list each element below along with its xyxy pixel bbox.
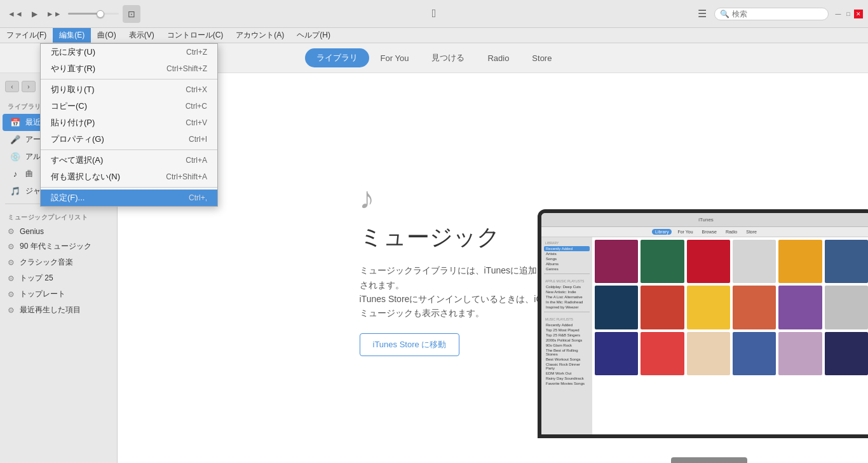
album-thumbnail[interactable] [778,240,822,283]
menu-controls[interactable]: コントロール(C) [161,28,230,43]
menu-account[interactable]: アカウント(A) [229,28,290,43]
maximize-button[interactable]: □ [844,10,853,18]
itunes-mini-header: iTunes [541,213,868,227]
itunes-mini: iTunes Library For You Browse Radio Stor… [541,213,868,434]
album-thumbnail[interactable] [733,286,776,329]
sidebar-recent-played-label: 最近再生した項目 [20,305,81,315]
itunes-mini-tab-radio[interactable]: Radio [722,229,740,235]
itunes-mini-classic-rock[interactable]: Classic Rock Dinner Party [544,362,590,371]
album-thumbnail[interactable] [733,332,776,375]
album-thumbnail[interactable] [825,286,868,329]
itunes-mini-a-list[interactable]: The A List: Alternative [544,294,590,300]
search-input[interactable] [732,10,827,18]
menu-settings[interactable]: 設定(F)... Ctrl+, [41,190,217,206]
itunes-mini-movies[interactable]: Favorite Movies Songs [544,381,590,386]
minimize-button[interactable]: — [834,10,843,18]
itunes-mini-recently-added-2[interactable]: Recently Added [544,322,590,328]
airplay-button[interactable]: ⊡ [123,5,140,23]
menu-undo[interactable]: 元に戻す(U) Ctrl+Z [41,44,217,60]
itunes-mini-tab-library[interactable]: Library [652,229,672,235]
macbook-notch [671,457,747,463]
menu-song[interactable]: 曲(O) [91,28,122,43]
fastforward-button[interactable]: ►► [44,8,64,20]
album-thumbnail[interactable] [687,286,730,329]
search-box: 🔍 [714,8,829,20]
menu-redo[interactable]: やり直す(R) Ctrl+Shift+Z [41,60,217,77]
album-thumbnail[interactable] [595,240,638,283]
itunes-mini-edm[interactable]: EDM Work Out [544,371,590,376]
sidebar-item-classic[interactable]: ⚙ クラシック音楽 [0,254,117,270]
album-thumbnail[interactable] [641,286,684,329]
menu-select-all[interactable]: すべて選択(A) Ctrl+A [41,152,217,169]
album-thumbnail[interactable] [595,332,638,375]
menu-view[interactable]: 表示(V) [123,28,161,43]
volume-slider[interactable] [68,13,119,15]
menu-separator-1 [41,79,217,79]
gear-icon-90s: ⚙ [8,242,15,251]
itunes-mini-genres[interactable]: Genres [544,266,590,272]
album-thumbnail[interactable] [778,286,822,329]
menu-help[interactable]: ヘルプ(H) [290,28,337,43]
menu-properties[interactable]: プロパティ(G) Ctrl+I [41,131,217,148]
itunes-mini-playlists-label: Apple Music Playlists [544,278,590,284]
itunes-mini-tab-browse[interactable]: Browse [699,229,720,235]
tab-for-you[interactable]: For You [369,50,421,67]
album-thumbnail[interactable] [825,240,868,283]
album-thumbnail[interactable] [641,332,684,375]
nav-back-button[interactable]: ‹ [5,81,19,92]
album-thumbnail[interactable] [595,286,638,329]
itunes-mini-separator [544,273,590,276]
sidebar-item-toprate[interactable]: ⚙ トップレート [0,286,117,302]
sidebar-item-genius[interactable]: ⚙ Genius [0,225,117,238]
itunes-mini-rainy[interactable]: Rainy Day Soundtrack [544,376,590,381]
sidebar-item-top25[interactable]: ⚙ トップ 25 [0,270,117,286]
itunes-mini-new-artists[interactable]: New Artistic: Indie [544,289,590,294]
close-button[interactable]: ✕ [854,10,863,18]
rewind-button[interactable]: ◄◄ [5,8,25,20]
play-button[interactable]: ▶ [29,8,40,20]
tab-library[interactable]: ライブラリ [305,48,369,67]
itunes-mini-artists[interactable]: Artists [544,251,590,256]
album-thumbnail[interactable] [641,240,684,283]
album-thumbnail[interactable] [778,332,822,375]
album-thumbnail[interactable] [687,240,730,283]
apple-logo-icon:  [432,7,437,20]
itunes-mini-rnb[interactable]: Top 25 R&B Singers [544,333,590,338]
menu-file[interactable]: ファイル(F) [0,28,53,43]
menu-cut[interactable]: 切り取り(T) Ctrl+X [41,81,217,98]
itunes-mini-90s-glam[interactable]: 90s Glam Rock [544,343,590,348]
itunes-mini-inspired-weezer[interactable]: Inspired by Weezer [544,305,590,310]
menu-paste[interactable]: 貼り付け(P) Ctrl+V [41,114,217,131]
list-view-button[interactable]: ☰ [695,5,709,22]
itunes-store-button[interactable]: iTunes Store に移動 [360,333,460,356]
itunes-mini-coldplay[interactable]: Coldplay: Deep Cuts [544,284,590,289]
album-thumbnail[interactable] [687,332,730,375]
album-grid [595,240,868,375]
macbook-screen: iTunes Library For You Browse Radio Stor… [538,209,868,438]
tab-radio[interactable]: Radio [476,50,520,67]
title-bar: ◄◄ ▶ ►► ⊡  ☰ 🔍 — □ ✕ [0,0,868,28]
menu-edit[interactable]: 編集(E) [53,28,91,43]
menu-copy[interactable]: コピー(C) Ctrl+C [41,98,217,114]
title-bar-center:  [432,7,437,20]
itunes-mini-tab-store[interactable]: Store [743,229,760,235]
itunes-mini-workout[interactable]: Best Workout Songs [544,357,590,362]
itunes-mini-in-the-mic[interactable]: In the Mic: Radiohead [544,300,590,305]
tab-browse[interactable]: 見つける [420,48,476,67]
itunes-mini-tab-foryou[interactable]: For You [674,229,696,235]
genre-icon: 🎵 [10,186,20,196]
itunes-mini-top25-2[interactable]: Top 25 Most Played [544,328,590,333]
album-thumbnail[interactable] [733,240,776,283]
album-thumbnail[interactable] [825,332,868,375]
gear-icon-top25: ⚙ [8,274,15,283]
menu-select-none[interactable]: 何も選択しない(N) Ctrl+Shift+A [41,169,217,185]
tab-store[interactable]: Store [520,50,563,67]
sidebar-item-recent-played[interactable]: ⚙ 最近再生した項目 [0,302,117,318]
itunes-mini-recently-added[interactable]: Recently Added [544,246,590,251]
itunes-mini-rolling-stones[interactable]: The Best of Rolling Stones [544,348,590,357]
itunes-mini-albums[interactable]: Albums [544,261,590,266]
itunes-mini-2000s[interactable]: 2000s Political Songs [544,338,590,343]
sidebar-item-90s[interactable]: ⚙ 90 年代ミュージック [0,238,117,254]
itunes-mini-songs[interactable]: Songs [544,256,590,261]
nav-forward-button[interactable]: › [22,81,36,92]
